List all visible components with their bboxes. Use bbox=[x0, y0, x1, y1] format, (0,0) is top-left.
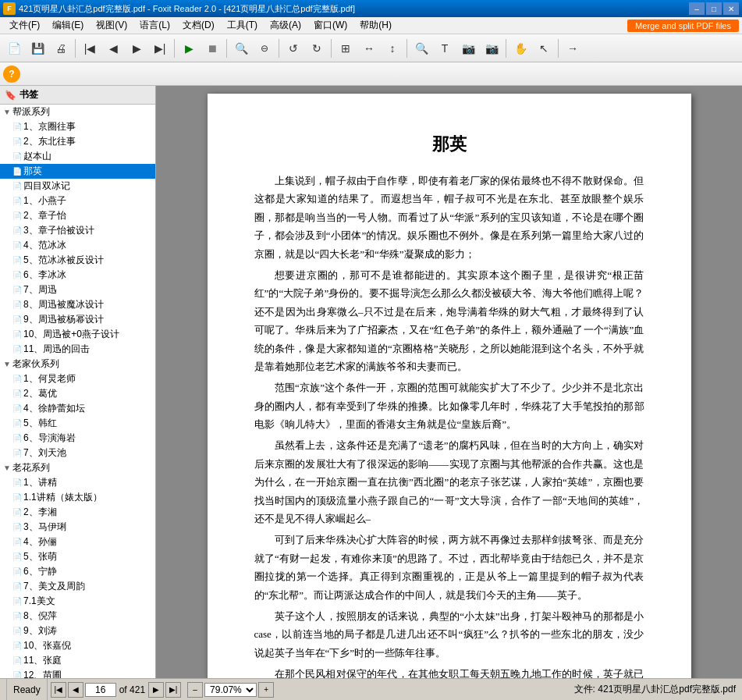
save-button[interactable]: 💾 bbox=[27, 37, 48, 59]
doc-icon: 📄 bbox=[12, 300, 22, 309]
hand-tool-button[interactable]: ✋ bbox=[509, 37, 531, 59]
doc-icon: 📄 bbox=[12, 330, 22, 339]
menu-view[interactable]: 视图(V) bbox=[90, 17, 133, 34]
sidebar-item-71mw[interactable]: 📄 7.1美文 bbox=[0, 594, 155, 609]
new-button[interactable]: 📄 bbox=[3, 37, 25, 59]
print-button[interactable]: 🖨 bbox=[50, 37, 72, 59]
tree-label: 12、苗圃 bbox=[23, 669, 62, 678]
sidebar-item-zzybsj[interactable]: 📄 3、章子怡被设计 bbox=[0, 223, 155, 238]
sidebar-item-np[interactable]: 📄 8、倪萍 bbox=[0, 609, 155, 624]
tree-label: 老花系列 bbox=[12, 461, 50, 474]
sidebar-item-hjls[interactable]: 📄 1、何炅老师 bbox=[0, 371, 155, 386]
sidebar-item-zbs[interactable]: 📄 赵本山 bbox=[0, 149, 155, 164]
tree-label: 1、讲精 bbox=[23, 476, 57, 489]
rotate-left-button[interactable]: ↺ bbox=[282, 37, 304, 59]
sidebar-item-nj[interactable]: 📄 6、宁静 bbox=[0, 564, 155, 579]
sidebar-item-bpxl[interactable]: ▼ 帮派系列 bbox=[0, 105, 155, 119]
next-page-button[interactable]: ▶ bbox=[126, 37, 147, 59]
page-number-input[interactable] bbox=[85, 683, 116, 697]
zoom-in-nav-button[interactable]: + bbox=[258, 682, 274, 698]
menu-advanced[interactable]: 高级(A) bbox=[264, 17, 307, 34]
merge-pdf-button[interactable]: Merge and split PDF files bbox=[627, 20, 739, 32]
sidebar-item-ltc[interactable]: 📄 7、刘天池 bbox=[0, 446, 155, 460]
sidebar-item-ny[interactable]: 📄 那英 bbox=[0, 164, 155, 179]
sidebar-item-lbb[interactable]: 📄 6、李冰冰 bbox=[0, 268, 155, 282]
menu-window[interactable]: 窗口(W) bbox=[307, 17, 353, 34]
content-area[interactable]: 那英 上集说到，帽子叔由于自作孽，即使有着老厂家的保佑最终也不得不散财保命。但这… bbox=[156, 86, 742, 678]
zoom-in-button[interactable]: 🔍 bbox=[230, 37, 252, 59]
menu-edit[interactable]: 编辑(E) bbox=[46, 17, 90, 34]
prev-page-button[interactable]: ◀ bbox=[102, 37, 124, 59]
minimize-button[interactable]: – bbox=[689, 2, 705, 15]
tree-label: 1、小燕子 bbox=[23, 194, 66, 208]
tree-label: 4、范冰冰 bbox=[23, 239, 66, 252]
menu-language[interactable]: 语言(L) bbox=[133, 17, 176, 34]
text-tool-button[interactable]: T bbox=[434, 37, 456, 59]
next-page-nav-button[interactable]: ▶ bbox=[148, 682, 164, 698]
camera-button[interactable]: 📷 bbox=[481, 37, 502, 59]
sidebar-item-myl[interactable]: 📄 3、马伊琍 bbox=[0, 520, 155, 535]
sidebar-item-zxbymysj[interactable]: 📄 9、周迅被杨幂设计 bbox=[0, 312, 155, 327]
sidebar-item-zzy[interactable]: 📄 2、章子怡 bbox=[0, 208, 155, 223]
close-button[interactable]: ✕ bbox=[723, 2, 739, 15]
arrow-button[interactable]: → bbox=[562, 37, 584, 59]
sidebar-item-fbbfsj[interactable]: 📄 5、范冰冰被反设计 bbox=[0, 253, 155, 268]
sidebar-item-fbb[interactable]: 📄 4、范冰冰 bbox=[0, 238, 155, 253]
sidebar-item-lhxl[interactable]: ▼ 老花系列 bbox=[0, 460, 155, 475]
fit-height-button[interactable]: ↕ bbox=[382, 37, 403, 59]
last-page-button[interactable]: ▶| bbox=[149, 37, 171, 59]
sidebar-item-zxb0yz[interactable]: 📄 10、周迅被+0燕子设计 bbox=[0, 327, 155, 342]
search-button[interactable]: 🔍 bbox=[410, 37, 432, 59]
stop-button[interactable]: ⏹ bbox=[201, 37, 223, 59]
rotate-right-button[interactable]: ↻ bbox=[306, 37, 328, 59]
maximize-button[interactable]: □ bbox=[706, 2, 722, 15]
sidebar-item-zt[interactable]: 📄 11、张庭 bbox=[0, 653, 155, 668]
sidebar-item-sl[interactable]: 📄 4、孙俪 bbox=[0, 535, 155, 549]
sidebar-item-lx[interactable]: 📄 2、李湘 bbox=[0, 505, 155, 520]
menu-help[interactable]: 帮助(H) bbox=[353, 17, 398, 34]
snapshot-button[interactable]: 📷 bbox=[457, 37, 479, 59]
filename-text: 文件: 421页明星八卦汇总pdf完整版.pdf bbox=[574, 683, 736, 696]
sidebar-item-dchy[interactable]: 📄 6、导演海岩 bbox=[0, 431, 155, 446]
sidebar-item-jqws[interactable]: 📄 1、京圈往事 bbox=[0, 119, 155, 134]
zoom-select[interactable]: 79.07% 50% 75% 100% 125% 150% 200% bbox=[204, 683, 257, 697]
sidebar-item-mwjzy[interactable]: 📄 7、美文及周韵 bbox=[0, 579, 155, 594]
sidebar-item-jjtb[interactable]: 📄 1.1讲精（婊太版） bbox=[0, 490, 155, 505]
first-page-nav-button[interactable]: |◀ bbox=[51, 682, 66, 698]
fit-page-button[interactable]: ⊞ bbox=[335, 37, 357, 59]
sidebar-item-xyz[interactable]: 📄 1、小燕子 bbox=[0, 194, 155, 208]
menu-tools[interactable]: 工具(T) bbox=[221, 17, 264, 34]
help-button[interactable]: ? bbox=[3, 66, 20, 83]
tree-label: 7、美文及周韵 bbox=[23, 580, 85, 593]
sidebar-item-hh[interactable]: 📄 5、韩红 bbox=[0, 416, 155, 431]
select-button[interactable]: ↖ bbox=[533, 37, 555, 59]
menu-document[interactable]: 文档(D) bbox=[176, 17, 221, 34]
menu-file[interactable]: 文件(F) bbox=[3, 17, 46, 34]
sidebar-item-zxdhj[interactable]: 📄 11、周迅的回击 bbox=[0, 342, 155, 357]
sidebar-item-zjn[interactable]: 📄 10、张嘉倪 bbox=[0, 638, 155, 653]
tree-label: 11、周迅的回击 bbox=[23, 343, 90, 356]
sidebar-item-xjl[interactable]: 📄 4、徐静蕾如坛 bbox=[0, 401, 155, 416]
sidebar-item-smsb[interactable]: 📄 四目双冰记 bbox=[0, 179, 155, 194]
tree-label: 7、刘天池 bbox=[23, 446, 66, 460]
sidebar-item-mp[interactable]: 📄 12、苗圃 bbox=[0, 668, 155, 678]
sidebar-item-dbws[interactable]: 📄 2、东北往事 bbox=[0, 134, 155, 149]
tree-label: 7、周迅 bbox=[23, 283, 57, 297]
fit-width-button[interactable]: ↔ bbox=[358, 37, 380, 59]
last-page-nav-button[interactable]: ▶| bbox=[165, 682, 181, 698]
page-navigation: |◀ ◀ of 421 ▶ ▶| bbox=[48, 682, 184, 698]
sidebar-item-gy[interactable]: 📄 2、葛优 bbox=[0, 386, 155, 401]
sidebar-item-lt[interactable]: 📄 9、刘涛 bbox=[0, 624, 155, 638]
window-controls[interactable]: – □ ✕ bbox=[689, 2, 739, 15]
first-page-button[interactable]: |◀ bbox=[79, 37, 101, 59]
sidebar-item-ljhxl[interactable]: ▼ 老家伙系列 bbox=[0, 357, 155, 371]
zoom-out-button[interactable]: ⊖ bbox=[254, 37, 275, 59]
play-button[interactable]: ▶ bbox=[178, 37, 200, 59]
menu-bar: 文件(F) 编辑(E) 视图(V) 语言(L) 文档(D) 工具(T) 高级(A… bbox=[0, 17, 742, 34]
zoom-out-nav-button[interactable]: – bbox=[187, 682, 203, 698]
sidebar-item-jj[interactable]: 📄 1、讲精 bbox=[0, 475, 155, 490]
sidebar-item-zxbmb[interactable]: 📄 8、周迅被魔冰设计 bbox=[0, 297, 155, 312]
sidebar-item-zx[interactable]: 📄 7、周迅 bbox=[0, 282, 155, 297]
sidebar-item-zm[interactable]: 📄 5、张萌 bbox=[0, 549, 155, 564]
prev-page-nav-button[interactable]: ◀ bbox=[68, 682, 83, 698]
